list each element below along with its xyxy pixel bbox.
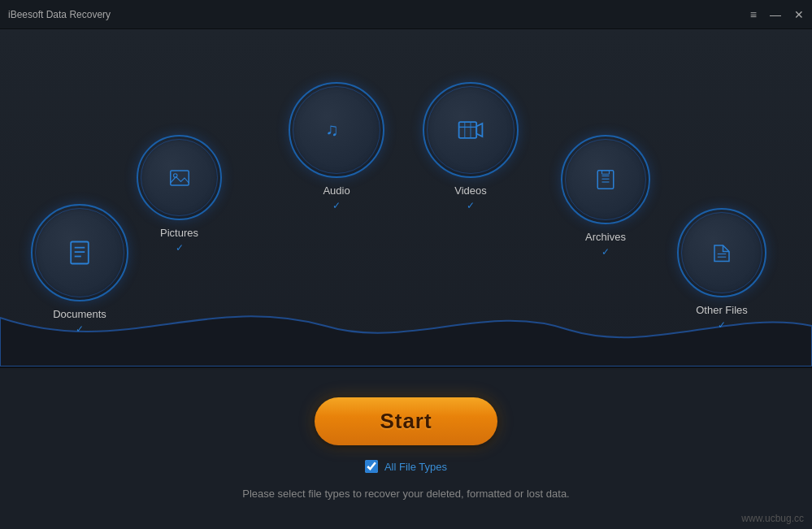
- archives-check: ✓: [601, 246, 610, 258]
- archives-label: Archives: [585, 231, 626, 243]
- otherfiles-icon: [710, 241, 734, 265]
- circle-ring-archives: [561, 135, 650, 224]
- minimize-button[interactable]: —: [770, 8, 781, 21]
- circle-ring-otherfiles: [677, 208, 766, 297]
- file-type-videos[interactable]: Videos ✓: [423, 82, 519, 211]
- videos-icon: [456, 115, 485, 145]
- title-bar: iBeesoft Data Recovery ≡ — ✕: [0, 0, 812, 29]
- title-bar-left: iBeesoft Data Recovery: [8, 9, 111, 20]
- menu-icon[interactable]: ≡: [750, 8, 757, 21]
- audio-check: ✓: [332, 200, 341, 211]
- audio-label: Audio: [323, 184, 350, 197]
- archives-icon: [593, 167, 618, 192]
- svg-rect-11: [597, 171, 614, 189]
- pictures-label: Pictures: [160, 227, 198, 239]
- close-button[interactable]: ✕: [794, 8, 804, 21]
- watermark: www.ucbug.cc: [741, 513, 804, 524]
- documents-label: Documents: [53, 308, 106, 320]
- circle-ring-pictures: [137, 135, 222, 220]
- videos-check: ✓: [467, 200, 475, 211]
- documents-icon: [65, 238, 94, 267]
- title-bar-controls: ≡ — ✕: [750, 8, 804, 21]
- file-type-documents[interactable]: Documents ✓: [31, 204, 128, 335]
- all-file-types-checkbox[interactable]: [365, 460, 378, 473]
- audio-icon: ♫: [322, 115, 351, 145]
- file-type-archives[interactable]: Archives ✓: [561, 135, 650, 258]
- otherfiles-label: Other Files: [696, 304, 748, 316]
- all-file-types-label[interactable]: All File Types: [384, 461, 447, 473]
- file-type-pictures[interactable]: Pictures ✓: [137, 135, 222, 254]
- svg-rect-7: [459, 122, 477, 138]
- bottom-hint: Please select file types to recover your…: [242, 488, 570, 500]
- svg-rect-12: [602, 171, 610, 175]
- file-type-audio[interactable]: ♫ Audio ✓: [289, 82, 384, 211]
- all-file-types-row: All File Types: [365, 460, 447, 473]
- start-button[interactable]: Start: [315, 397, 497, 445]
- svg-text:♫: ♫: [326, 119, 339, 140]
- top-section: Documents ✓ Pictures ✓ ♫ Audio ✓: [0, 29, 812, 366]
- videos-label: Videos: [454, 184, 487, 197]
- svg-rect-0: [71, 242, 89, 264]
- file-type-otherfiles[interactable]: Other Files ✓: [677, 208, 766, 331]
- app-title: iBeesoft Data Recovery: [8, 9, 111, 20]
- circle-ring-audio: ♫: [289, 82, 384, 178]
- svg-point-5: [173, 173, 177, 177]
- circle-ring-videos: [423, 82, 519, 178]
- otherfiles-check: ✓: [718, 319, 726, 331]
- pictures-check: ✓: [176, 242, 184, 254]
- documents-check: ✓: [76, 323, 84, 335]
- pictures-icon: [167, 166, 192, 190]
- bottom-section: Start All File Types Please select file …: [0, 366, 812, 529]
- svg-rect-4: [170, 171, 189, 185]
- circle-ring-documents: [31, 204, 128, 301]
